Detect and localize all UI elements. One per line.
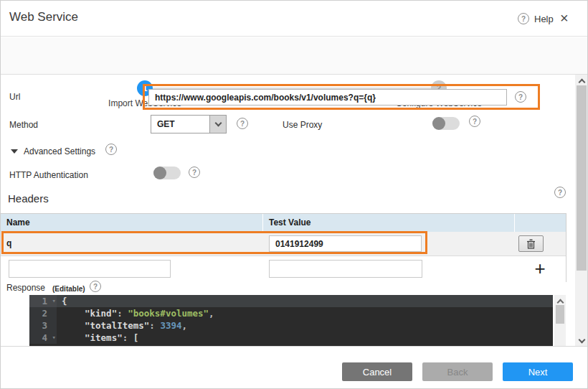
column-header-actions — [515, 214, 565, 232]
method-label: Method — [9, 120, 38, 130]
scroll-down-icon[interactable] — [575, 339, 588, 342]
headers-table: Name Test Value q — [1, 213, 566, 282]
method-help-icon[interactable]: ? — [237, 118, 248, 129]
new-header-name-input[interactable] — [9, 260, 171, 278]
code-line: 3 "totalItems": 3394, — [29, 319, 553, 332]
code-line: 4▾ "items": [ — [29, 332, 553, 344]
response-code-editor[interactable]: 1▾ { 2 "kind": "books#volumes", 3 "total… — [29, 295, 553, 346]
cancel-button[interactable]: Cancel — [342, 362, 412, 381]
advanced-settings-collapse-icon[interactable] — [11, 149, 18, 154]
back-button[interactable]: Back — [422, 362, 493, 381]
dialog-scrollbar[interactable] — [575, 75, 588, 346]
use-proxy-help-icon[interactable]: ? — [469, 116, 480, 127]
advanced-settings-label[interactable]: Advanced Settings — [24, 146, 95, 156]
footer-divider — [1, 346, 587, 347]
line-number: 4▾ — [29, 332, 57, 344]
scroll-up-icon[interactable] — [554, 298, 566, 305]
code-line: 1▾ { — [29, 295, 553, 307]
help-icon[interactable]: ? — [518, 13, 529, 24]
code-line: 2 "kind": "books#volumes", — [29, 307, 553, 319]
wizard-stepper: 1 Import WebService 2 Configure WebServi… — [1, 37, 587, 75]
delete-row-button[interactable] — [518, 235, 544, 252]
http-auth-help-icon[interactable]: ? — [189, 167, 200, 178]
use-proxy-toggle[interactable] — [432, 117, 460, 130]
column-header-test-value: Test Value — [263, 214, 515, 232]
response-editable-label: (Editable) — [52, 285, 85, 293]
fold-icon[interactable]: ▾ — [52, 332, 56, 344]
url-input[interactable] — [148, 89, 507, 106]
line-number: 3 — [29, 319, 57, 332]
use-proxy-label: Use Proxy — [283, 120, 322, 130]
dialog-title: Web Service — [9, 10, 78, 24]
header-test-value-input[interactable] — [269, 235, 422, 252]
chevron-down-icon — [214, 120, 222, 127]
table-row: q — [1, 232, 566, 256]
method-dropdown-button[interactable] — [209, 116, 226, 133]
table-new-row: + — [1, 256, 566, 282]
headers-table-header: Name Test Value — [1, 214, 566, 232]
add-row-button[interactable]: + — [529, 257, 551, 280]
line-number: 1▾ — [29, 295, 57, 307]
response-help-icon[interactable]: ? — [90, 281, 101, 292]
next-button[interactable]: Next — [503, 362, 573, 381]
method-select[interactable]: GET — [151, 115, 227, 133]
web-service-dialog: Web Service ? Help × 1 Import WebService… — [0, 0, 588, 389]
new-header-test-value-input[interactable] — [269, 260, 422, 278]
method-selected-value: GET — [151, 116, 209, 133]
headers-title: Headers — [8, 192, 49, 205]
trash-icon — [526, 239, 536, 249]
scroll-up-icon[interactable] — [575, 78, 588, 85]
fold-icon[interactable]: ▾ — [52, 295, 56, 307]
header-name-value[interactable]: q — [6, 232, 11, 256]
editor-scrollbar[interactable] — [554, 295, 566, 346]
triangle-down-icon — [11, 149, 18, 154]
dialog-scrollbar-thumb[interactable] — [577, 85, 587, 271]
headers-help-icon[interactable]: ? — [554, 187, 566, 198]
dialog-header: Web Service ? Help × — [1, 1, 587, 37]
advanced-settings-help-icon[interactable]: ? — [105, 144, 117, 155]
close-icon[interactable]: × — [560, 9, 569, 27]
url-label: Url — [9, 92, 20, 102]
line-number: 2 — [29, 307, 57, 319]
column-header-name: Name — [1, 214, 263, 232]
response-label: Response — [6, 283, 45, 293]
editor-scrollbar-thumb[interactable] — [556, 305, 564, 324]
help-link[interactable]: Help — [534, 14, 554, 24]
http-auth-toggle[interactable] — [153, 167, 181, 179]
toggle-knob — [153, 167, 166, 179]
http-auth-label: HTTP Authentication — [9, 170, 88, 180]
toggle-knob — [432, 117, 445, 130]
url-help-icon[interactable]: ? — [515, 91, 526, 103]
